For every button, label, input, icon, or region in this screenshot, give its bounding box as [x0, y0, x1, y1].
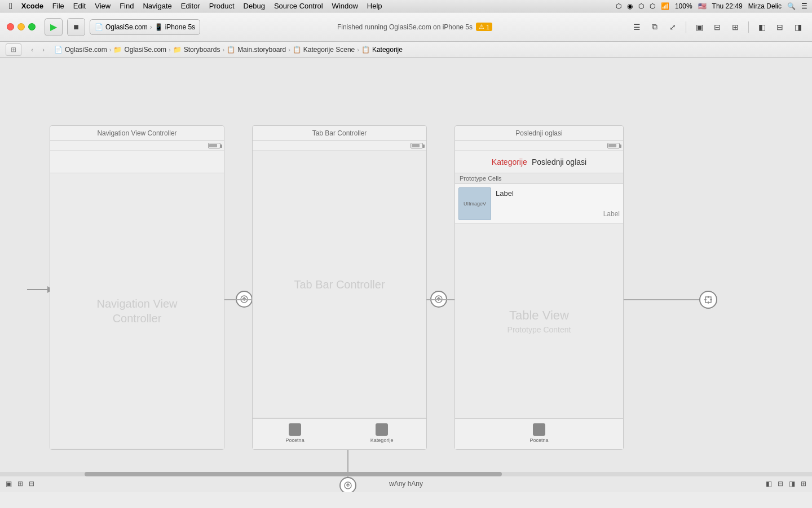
breadcrumb-item-1[interactable]: 📁 OglasiSe.com	[113, 46, 166, 54]
utilities-btn[interactable]: ◨	[791, 20, 805, 34]
tab-placeholder-text: Tab Bar Controller	[294, 277, 385, 292]
toolbar: ▶ ■ 📄 OglasiSe.com › 📱 iPhone 5s Finishe…	[0, 12, 812, 42]
tab-status-bar	[253, 141, 426, 151]
menubar-right: ⬡ ◉ ⬡ ⬡ 📶 100% 🇺🇸 Thu 22:49 Mirza Delic …	[616, 2, 807, 10]
run-status: Finished running OglasiSe.com on iPhone …	[205, 23, 625, 31]
breadcrumb-sep-0: ›	[109, 46, 112, 53]
menu-edit[interactable]: Edit	[73, 2, 86, 10]
breadcrumb-back[interactable]: ‹	[27, 45, 37, 55]
bottom-zoom-icon[interactable]: ⊟	[29, 480, 34, 488]
menu-navigate[interactable]: Navigate	[143, 2, 171, 10]
scheme-selector[interactable]: 📄 OglasiSe.com › 📱 iPhone 5s	[90, 19, 200, 35]
menu-debug[interactable]: Debug	[244, 2, 265, 10]
stop-button[interactable]: ■	[67, 18, 85, 36]
cell-image-label: UIImageV	[464, 201, 486, 207]
tab-icon-pocetna-table	[533, 423, 545, 436]
tab-controller-title: Tab Bar Controller	[253, 126, 426, 141]
bottom-right-icon-2[interactable]: ⊟	[778, 480, 783, 488]
breadcrumb-sep-4: ›	[357, 46, 359, 53]
breadcrumb-item-3[interactable]: 📋 Main.storyboard	[227, 46, 286, 54]
tab-content: Tab Bar Controller	[253, 151, 426, 418]
scheme-sep: ›	[150, 23, 152, 31]
time-label: Thu 22:49	[712, 2, 743, 10]
canvas-area[interactable]: Navigation View Controller Navigation Vi…	[0, 58, 812, 492]
single-view-btn[interactable]: ▣	[692, 20, 707, 34]
nav-view-controller[interactable]: Navigation View Controller Navigation Vi…	[50, 125, 224, 450]
menu-xcode[interactable]: Xcode	[21, 2, 43, 10]
breadcrumb-item-2[interactable]: 📁 Storyboards	[173, 46, 220, 54]
tab-label-kategorije: Kategorije	[370, 437, 394, 443]
warning-count: 1	[486, 24, 489, 30]
run-button[interactable]: ▶	[45, 18, 63, 36]
split-view-btn[interactable]: ⊟	[710, 20, 725, 34]
exit-symbol[interactable]	[699, 291, 717, 309]
debug-btn[interactable]: ⊟	[773, 20, 787, 34]
menu-find[interactable]: Find	[120, 2, 134, 10]
toggle-navigator[interactable]: ⊞	[6, 43, 21, 56]
bottom-right-icon-1[interactable]: ◧	[766, 480, 772, 488]
breadcrumb-label-5: Kategorije	[372, 46, 403, 54]
breadcrumb-forward[interactable]: ›	[38, 45, 48, 55]
horizontal-scrollbar[interactable]	[0, 472, 812, 476]
menu-product[interactable]: Product	[209, 2, 235, 10]
menu-window[interactable]: Window	[332, 2, 358, 10]
warning-badge[interactable]: ⚠ 1	[476, 23, 492, 31]
storyboard-icon: 📋	[227, 46, 235, 54]
apple-menu[interactable]: 	[9, 1, 12, 11]
prototype-cells-header: Prototype Cells	[455, 173, 623, 184]
bottom-toggle-icon[interactable]: ▣	[6, 480, 12, 488]
wifi-icon: 📶	[661, 2, 669, 10]
tab-bar-controller[interactable]: Tab Bar Controller Tab Bar Controller Po…	[252, 125, 427, 450]
editor-version-btn[interactable]: ⤢	[665, 20, 680, 34]
maximize-button[interactable]	[28, 23, 36, 30]
minimize-button[interactable]	[17, 23, 25, 30]
flag-icon: 🇺🇸	[698, 2, 707, 10]
scrollbar-thumb[interactable]	[85, 472, 502, 476]
exit-line	[624, 299, 705, 300]
breadcrumb-item-4[interactable]: 📋 Kategorije Scene	[293, 46, 355, 54]
breadcrumb-label-0: OglasiSe.com	[65, 46, 107, 54]
table-view-controller[interactable]: Poslednji oglasi Kategorije Poslednji og…	[454, 125, 624, 450]
breadcrumb-nav: ‹ ›	[27, 45, 48, 55]
list-icon[interactable]: ☰	[801, 2, 807, 10]
folder-icon-1: 📁	[173, 46, 182, 54]
menu-view[interactable]: View	[95, 2, 111, 10]
battery-icon-tab	[411, 143, 423, 148]
bottom-right-controls: ◧ ⊟ ◨ ⊞	[766, 480, 806, 488]
menu-editor[interactable]: Editor	[181, 2, 200, 10]
table-prototype-label: Prototype Content	[508, 325, 571, 334]
table-controller-title: Poslednji oglasi	[455, 126, 623, 141]
nav-status-bar	[50, 141, 224, 151]
close-button[interactable]	[7, 23, 14, 30]
breadcrumb-item-0[interactable]: 📄 OglasiSe.com	[54, 46, 107, 54]
bottom-right-icon-4[interactable]: ⊞	[801, 480, 806, 488]
menu-file[interactable]: File	[52, 2, 64, 10]
tab-item-kategorije[interactable]: Kategorije	[370, 423, 394, 443]
split-view-v-btn[interactable]: ⊞	[728, 20, 743, 34]
bottom-fit-icon[interactable]: ⊞	[17, 480, 23, 488]
nav-controller-title: Navigation View Controller	[50, 126, 224, 141]
traffic-lights	[7, 23, 36, 30]
segue-vertical-circle[interactable]	[339, 477, 356, 492]
tab-item-pocetna[interactable]: Pocetna	[286, 423, 304, 443]
editor-assistant-btn[interactable]: ⧉	[647, 20, 662, 34]
table-status-bar	[455, 141, 623, 151]
arrow-line	[27, 289, 47, 290]
scene-icon: 📋	[293, 46, 301, 54]
breadcrumb-label-1: OglasiSe.com	[124, 46, 166, 54]
menu-help[interactable]: Help	[367, 2, 382, 10]
battery-icon-table	[607, 143, 620, 148]
tab-item-pocetna-table[interactable]: Pocetna	[529, 423, 548, 443]
nav-title-poslednji: Poslednji oglasi	[532, 157, 586, 167]
segue-line-nav-tab	[224, 299, 252, 300]
breadcrumb-item-5[interactable]: 📋 Kategorije	[361, 46, 403, 54]
menu-source-control[interactable]: Source Control	[274, 2, 323, 10]
editor-standard-btn[interactable]: ☰	[629, 20, 644, 34]
breadcrumb-label-4: Kategorije Scene	[303, 46, 355, 54]
bottom-right-icon-3[interactable]: ◨	[789, 480, 795, 488]
screen-icon: ⬡	[650, 2, 655, 10]
search-icon[interactable]: 🔍	[787, 2, 796, 10]
breadcrumb-label-2: Storyboards	[184, 46, 220, 54]
toolbar-right-icons: ☰ ⧉ ⤢ ▣ ⊟ ⊞ ◧ ⊟ ◨	[629, 20, 805, 34]
navigator-btn[interactable]: ◧	[754, 20, 769, 34]
